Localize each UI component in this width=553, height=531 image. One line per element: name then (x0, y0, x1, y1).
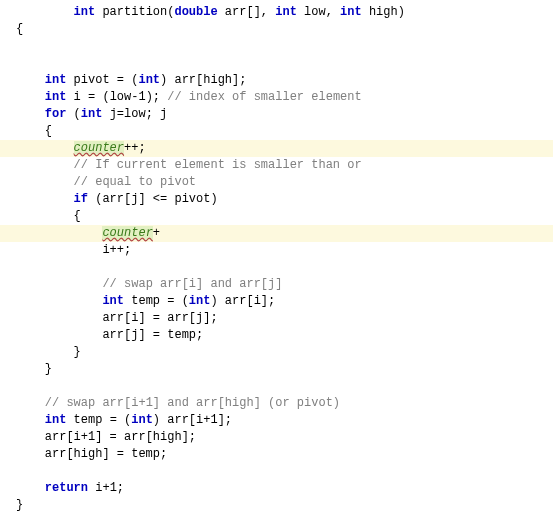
code-line: int partition(double arr[], int low, int… (0, 4, 553, 21)
code-line: // swap arr[i+1] and arr[high] (or pivot… (0, 395, 553, 412)
code-line: for (int j=low; j (0, 106, 553, 123)
token-counter: counter (102, 226, 152, 240)
token-kw: if (74, 192, 88, 206)
token-kw: int (45, 73, 67, 87)
token-kw: return (45, 481, 88, 495)
code-line (0, 259, 553, 276)
token-kw: int (74, 5, 96, 19)
code-line: int temp = (int) arr[i+1]; (0, 412, 553, 429)
token-num: 1 (88, 430, 95, 444)
code-line: return i+1; (0, 480, 553, 497)
token-kw: int (340, 5, 362, 19)
code-line: int i = (low-1); // index of smaller ele… (0, 89, 553, 106)
token-num: 1 (138, 90, 145, 104)
code-line: arr[high] = temp; (0, 446, 553, 463)
code-line: } (0, 497, 553, 514)
token-kw: int (45, 413, 67, 427)
token-cmt: // index of smaller element (167, 90, 361, 104)
token-cmt: // swap arr[i] and arr[j] (102, 277, 282, 291)
code-line: counter++; (0, 140, 553, 157)
token-kw: int (131, 413, 153, 427)
token-cmt: // equal to pivot (74, 175, 196, 189)
code-line: } (0, 361, 553, 378)
token-kw: int (138, 73, 160, 87)
code-line: int temp = (int) arr[i]; (0, 293, 553, 310)
token-num: 1 (110, 481, 117, 495)
token-kw: int (275, 5, 297, 19)
token-kw: int (102, 294, 124, 308)
code-line: { (0, 208, 553, 225)
token-kw: int (81, 107, 103, 121)
code-line: i++; (0, 242, 553, 259)
token-num: 1 (210, 413, 217, 427)
code-line: { (0, 123, 553, 140)
token-kw: for (45, 107, 67, 121)
code-line (0, 55, 553, 72)
code-line: // If current element is smaller than or (0, 157, 553, 174)
code-line (0, 378, 553, 395)
code-line: arr[i] = arr[j]; (0, 310, 553, 327)
token-kw: int (189, 294, 211, 308)
code-line: // swap arr[i] and arr[j] (0, 276, 553, 293)
code-line: arr[i+1] = arr[high]; (0, 429, 553, 446)
code-line (0, 38, 553, 55)
code-line (0, 463, 553, 480)
token-cmt: // If current element is smaller than or (74, 158, 362, 172)
code-line: counter+ (0, 225, 553, 242)
code-line: arr[j] = temp; (0, 327, 553, 344)
token-counter: counter (74, 141, 124, 155)
code-line: if (arr[j] <= pivot) (0, 191, 553, 208)
code-line: // equal to pivot (0, 174, 553, 191)
code-block: int partition(double arr[], int low, int… (0, 0, 553, 518)
token-kw: int (45, 90, 67, 104)
code-line: { (0, 21, 553, 38)
code-line: } (0, 344, 553, 361)
token-kw: double (174, 5, 217, 19)
token-cmt: // swap arr[i+1] and arr[high] (or pivot… (45, 396, 340, 410)
code-line: int pivot = (int) arr[high]; (0, 72, 553, 89)
